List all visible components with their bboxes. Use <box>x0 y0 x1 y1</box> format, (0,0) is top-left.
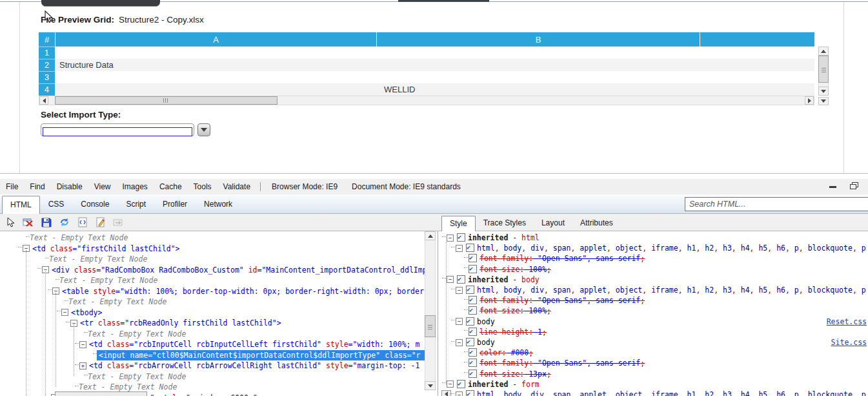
style-row-sel[interactable]: −html, body, div, span, applet, object, … <box>439 390 868 396</box>
tab-trace-styles[interactable]: Trace Styles <box>476 215 534 231</box>
tree-row-text-node[interactable]: Text - Empty Text Node <box>0 233 425 244</box>
tree-vertical-scroll-thumb[interactable] <box>425 315 436 337</box>
tree-row-text-node[interactable]: Text - Empty Text Node <box>0 297 425 307</box>
style-row-rule[interactable]: −bodyReset.css <box>439 317 868 327</box>
grid-row-2[interactable]: 2 Structure Data <box>39 59 814 71</box>
style-row-prop[interactable]: font-family: "Open Sans", sans-serif; <box>439 358 868 368</box>
menu-find[interactable]: Find <box>24 182 50 191</box>
style-row-prop[interactable]: line-height: 1; <box>439 327 868 337</box>
style-checkbox[interactable] <box>469 254 477 262</box>
menu-disable[interactable]: Disable <box>51 182 88 191</box>
style-checkbox[interactable] <box>466 338 474 346</box>
grid-horizontal-scroll-thumb[interactable] <box>55 96 278 105</box>
style-checkbox[interactable] <box>466 390 474 396</box>
grid-column-header-extra[interactable] <box>700 32 814 47</box>
grid-row-1[interactable]: 1 <box>39 47 814 59</box>
tree-row-element[interactable]: −<td class="rcbInputCell rcbInputCellLef… <box>0 339 425 350</box>
collapse-box-icon[interactable]: − <box>456 318 463 325</box>
tree-scroll-up-button[interactable] <box>425 231 436 240</box>
tree-row-text-node[interactable]: Text - Empty Text Node <box>0 275 425 286</box>
tab-attributes[interactable]: Attributes <box>572 215 621 231</box>
style-checkbox[interactable] <box>466 317 474 326</box>
tree-horizontal-scroll-thumb[interactable] <box>55 391 147 396</box>
style-row-inh[interactable]: −inherited - body <box>439 275 868 285</box>
style-checkbox[interactable] <box>469 265 477 273</box>
menu-validate[interactable]: Validate <box>217 182 256 191</box>
edit-button[interactable] <box>94 216 106 228</box>
grid-scroll-down-button[interactable] <box>818 87 829 96</box>
menu-cache[interactable]: Cache <box>154 182 188 191</box>
style-checkbox[interactable] <box>469 306 477 315</box>
import-type-dropdown-button[interactable] <box>197 123 210 136</box>
style-checkbox[interactable] <box>466 286 474 294</box>
tab-style[interactable]: Style <box>441 216 476 231</box>
minimize-icon[interactable] <box>829 186 836 188</box>
view-source-button[interactable] <box>76 216 88 228</box>
style-checkbox[interactable] <box>457 233 465 242</box>
style-checkbox[interactable] <box>469 328 477 336</box>
style-row-prop[interactable]: font-size: 13px; <box>439 369 868 379</box>
clear-browser-cache-button[interactable] <box>22 216 34 228</box>
style-row-prop[interactable]: color: #000; <box>439 348 868 358</box>
style-row-sel[interactable]: −html, body, div, span, applet, object, … <box>439 243 868 253</box>
style-checkbox[interactable] <box>469 359 477 367</box>
menu-file[interactable]: File <box>0 182 24 191</box>
collapse-box-icon[interactable]: − <box>61 309 68 316</box>
unpin-window-icon[interactable] <box>849 182 860 191</box>
tree-row-element[interactable]: −<div class="RadComboBox RadComboBox_Cus… <box>0 265 425 276</box>
grid-vertical-scroll-thumb[interactable] <box>818 56 829 83</box>
grid-scroll-down-button-2[interactable] <box>818 97 829 105</box>
style-row-rule[interactable]: −bodySite.css <box>439 337 868 348</box>
grid-column-header-b[interactable]: B <box>376 32 700 47</box>
style-row-inh[interactable]: −inherited - form <box>439 379 868 390</box>
save-button[interactable] <box>40 216 52 228</box>
grid-scroll-left-button[interactable] <box>39 96 48 105</box>
tree-row-element[interactable]: −<td class="firstChild lastChild"> <box>0 244 425 255</box>
tree-row-text-node[interactable]: Text - Empty Text Node <box>0 371 425 382</box>
collapse-box-icon[interactable]: − <box>456 287 463 294</box>
tab-html[interactable]: HTML <box>2 196 40 214</box>
stylesheet-link[interactable]: Reset.css <box>827 317 867 327</box>
collapse-box-icon[interactable]: − <box>456 391 463 396</box>
grid-row-3[interactable]: 3 <box>39 71 814 83</box>
collapsed-header-button[interactable] <box>41 0 160 6</box>
refresh-button[interactable] <box>58 216 70 228</box>
style-row-prop[interactable]: font-family: "Open Sans", sans-serif; <box>439 295 868 306</box>
collapse-box-icon[interactable]: − <box>456 245 463 252</box>
style-checkbox[interactable] <box>469 348 477 357</box>
menu-tools[interactable]: Tools <box>188 182 217 191</box>
tree-row-element[interactable]: −<tbody> <box>0 307 425 318</box>
tree-row-element[interactable]: −<table style="width: 100%; border-top-w… <box>0 286 425 297</box>
style-row-sel[interactable]: −html, body, div, span, applet, object, … <box>439 285 868 295</box>
tab-css[interactable]: CSS <box>40 195 73 213</box>
import-type-input[interactable] <box>43 127 192 136</box>
tree-row-element[interactable]: −<tr class="rcbReadOnly firstChild lastC… <box>0 318 425 329</box>
tree-row-element[interactable]: +<td class="rcbArrowCell rcbArrowCellRig… <box>0 360 425 371</box>
menu-view[interactable]: View <box>88 182 117 191</box>
search-html-input[interactable] <box>685 197 868 211</box>
tab-layout[interactable]: Layout <box>534 215 572 231</box>
style-checkbox[interactable] <box>466 244 474 252</box>
grid-scroll-right-button[interactable] <box>805 96 814 105</box>
tree-row-text-node[interactable]: Text - Empty Text Node <box>0 329 425 340</box>
style-checkbox[interactable] <box>457 380 465 388</box>
import-type-combobox[interactable] <box>41 123 194 136</box>
expand-box-icon[interactable]: + <box>79 362 86 370</box>
style-row-prop[interactable]: font-family: "Open Sans", sans-serif; <box>439 253 868 264</box>
menu-images[interactable]: Images <box>117 182 154 191</box>
style-row-inh[interactable]: −inherited - html <box>439 233 868 243</box>
document-mode-menu[interactable]: Document Mode: IE9 standards <box>345 182 468 191</box>
panel-divider[interactable] <box>438 231 438 396</box>
tab-network[interactable]: Network <box>196 195 241 213</box>
tree-vertical-scrollbar[interactable] <box>425 231 436 390</box>
style-checkbox[interactable] <box>469 296 477 304</box>
style-row-prop[interactable]: font-size: 100%; <box>439 306 868 316</box>
tab-console[interactable]: Console <box>72 195 117 213</box>
style-checkbox[interactable] <box>469 370 477 378</box>
grid-scroll-up-button[interactable] <box>818 47 829 56</box>
format-view-button-disabled[interactable] <box>112 216 125 228</box>
grid-row-4[interactable]: 4 WELLID <box>39 83 814 96</box>
tab-script[interactable]: Script <box>117 195 154 213</box>
collapse-box-icon[interactable]: − <box>79 341 86 348</box>
browser-mode-menu[interactable]: Browser Mode: IE9 <box>265 182 345 191</box>
